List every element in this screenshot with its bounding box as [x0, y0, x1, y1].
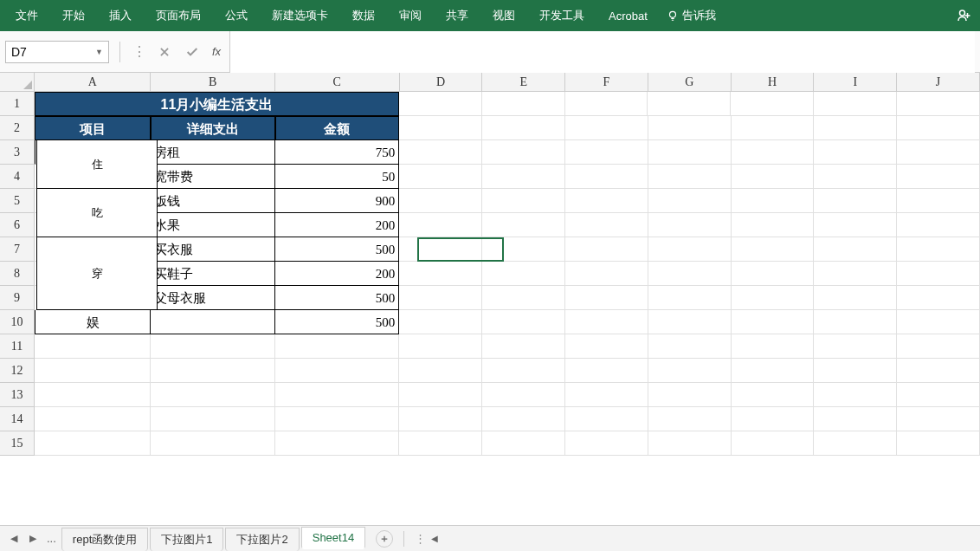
cell-B14[interactable]	[151, 407, 275, 431]
cell-J12[interactable]	[897, 359, 980, 383]
cell-B10[interactable]	[151, 310, 275, 334]
cell-F15[interactable]	[565, 431, 648, 456]
cell-F2[interactable]	[565, 116, 648, 140]
cell-E4[interactable]	[482, 165, 565, 189]
cell-C14[interactable]	[275, 407, 400, 431]
name-box-dropdown-icon[interactable]: ▼	[95, 48, 103, 56]
cell-E14[interactable]	[482, 407, 565, 431]
cell-H1[interactable]	[731, 92, 814, 116]
cell-E5[interactable]	[482, 189, 565, 213]
cell-C4[interactable]: 50	[275, 165, 400, 189]
cell-A2[interactable]: 项目	[35, 116, 151, 140]
tab-acrobat[interactable]: Acrobat	[596, 0, 660, 31]
cell-G5[interactable]	[648, 189, 732, 213]
cell-J2[interactable]	[897, 116, 980, 140]
cell-E9[interactable]	[482, 286, 565, 310]
cell-A10[interactable]: 娱	[35, 310, 151, 334]
col-header-D[interactable]: D	[400, 73, 483, 91]
cell-B13[interactable]	[151, 383, 275, 407]
cell-B6[interactable]: 水果	[151, 213, 275, 237]
cell-I3[interactable]	[814, 140, 897, 165]
cell-J7[interactable]	[897, 237, 980, 262]
tab-view[interactable]: 视图	[480, 0, 527, 31]
row-header-4[interactable]: 4	[0, 165, 35, 189]
enter-button[interactable]	[181, 41, 203, 63]
cell-G3[interactable]	[648, 140, 732, 165]
cell-F1[interactable]	[565, 92, 648, 116]
col-header-G[interactable]: G	[648, 73, 732, 91]
cell-F11[interactable]	[565, 334, 648, 359]
col-header-B[interactable]: B	[151, 73, 275, 91]
row-header-5[interactable]: 5	[0, 189, 35, 213]
cell-C2[interactable]: 金额	[275, 116, 400, 140]
name-box[interactable]: D7 ▼	[5, 41, 109, 63]
cell-H15[interactable]	[732, 431, 815, 456]
cell-I6[interactable]	[814, 213, 897, 237]
cell-G6[interactable]	[648, 213, 732, 237]
cell-F7[interactable]	[565, 237, 648, 262]
cell-B3[interactable]: 房租	[151, 140, 275, 165]
row-header-11[interactable]: 11	[0, 334, 35, 359]
cell-B12[interactable]	[151, 359, 275, 383]
cell-J13[interactable]	[897, 383, 980, 407]
cell-G12[interactable]	[648, 359, 732, 383]
cell-E15[interactable]	[482, 431, 565, 456]
cell-J9[interactable]	[897, 286, 980, 310]
cell-G8[interactable]	[648, 262, 732, 286]
cell-B4[interactable]: 宽带费	[151, 165, 275, 189]
row-header-15[interactable]: 15	[0, 431, 35, 456]
cell-G7[interactable]	[648, 237, 732, 262]
cell-F8[interactable]	[565, 262, 648, 286]
cell-B7[interactable]: 买衣服	[151, 237, 275, 262]
cell-J1[interactable]	[897, 92, 980, 116]
cell-G14[interactable]	[648, 407, 732, 431]
row-header-14[interactable]: 14	[0, 407, 35, 431]
cell-I13[interactable]	[814, 383, 897, 407]
cell-I12[interactable]	[814, 359, 897, 383]
cell-I1[interactable]	[814, 92, 897, 116]
cell-E6[interactable]	[482, 213, 565, 237]
tab-pagelayout[interactable]: 页面布局	[144, 0, 213, 31]
cell-H10[interactable]	[732, 310, 815, 334]
cell-D6[interactable]	[399, 213, 482, 237]
fx-button[interactable]: fx	[209, 45, 224, 58]
cell-A14[interactable]	[35, 407, 151, 431]
tab-review[interactable]: 审阅	[387, 0, 434, 31]
cell-I7[interactable]	[814, 237, 897, 262]
cell-C10[interactable]: 500	[275, 310, 400, 334]
cell-E13[interactable]	[482, 383, 565, 407]
cell-C13[interactable]	[275, 383, 400, 407]
cell-D3[interactable]	[399, 140, 482, 165]
cell-F4[interactable]	[565, 165, 648, 189]
cell-D10[interactable]	[399, 310, 482, 334]
cell-E1[interactable]	[482, 92, 565, 116]
cell-J14[interactable]	[897, 407, 980, 431]
col-header-I[interactable]: I	[814, 73, 897, 91]
col-header-J[interactable]: J	[897, 73, 980, 91]
cell-I9[interactable]	[814, 286, 897, 310]
row-header-12[interactable]: 12	[0, 359, 35, 383]
cell-H7[interactable]	[732, 237, 815, 262]
cell-D11[interactable]	[399, 334, 482, 359]
row-header-10[interactable]: 10	[0, 310, 35, 334]
row-header-3[interactable]: 3	[0, 140, 35, 165]
cell-C5[interactable]: 900	[275, 189, 400, 213]
cell-D5[interactable]	[399, 189, 482, 213]
select-all-button[interactable]	[0, 73, 35, 91]
cell-G4[interactable]	[648, 165, 732, 189]
cell-G15[interactable]	[648, 431, 732, 456]
cell-F5[interactable]	[565, 189, 648, 213]
cell-G10[interactable]	[648, 310, 732, 334]
cell-J4[interactable]	[897, 165, 980, 189]
formula-input[interactable]	[229, 31, 975, 73]
cell-D4[interactable]	[399, 165, 482, 189]
cell-C11[interactable]	[275, 334, 400, 359]
cell-D13[interactable]	[399, 383, 482, 407]
cell-H6[interactable]	[732, 213, 815, 237]
cell-D9[interactable]	[399, 286, 482, 310]
tab-custom[interactable]: 新建选项卡	[260, 0, 340, 31]
cell-J6[interactable]	[897, 213, 980, 237]
cell-I5[interactable]	[814, 189, 897, 213]
cell-A13[interactable]	[35, 383, 151, 407]
cell-H14[interactable]	[732, 407, 815, 431]
